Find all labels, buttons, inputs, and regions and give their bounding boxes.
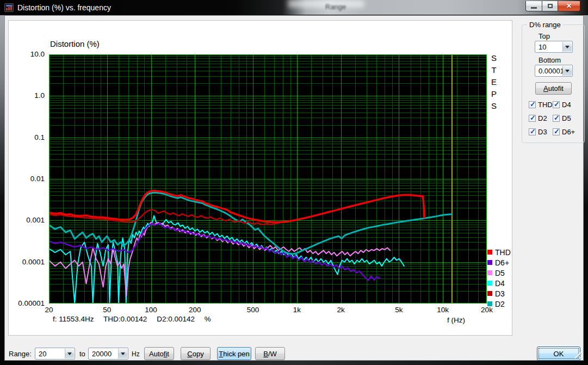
window-frame-left (0, 15, 4, 361)
cursor-thd-value: THD:0.00142 (103, 315, 147, 323)
range-from-select[interactable]: 20 (35, 348, 75, 360)
focus-ring (539, 348, 579, 359)
series-checkbox-grid: ✓THD✓D4✓D2✓D5✓D3✓D6+ (529, 101, 583, 136)
steps-letter: S (490, 52, 498, 64)
range-to-dropdown-button[interactable] (118, 349, 127, 358)
cursor-unit: % (205, 315, 211, 323)
minimize-button[interactable] (525, 1, 542, 11)
legend-swatch-d3 (487, 291, 492, 296)
x-tick-label: 100 (145, 306, 157, 314)
legend-label: THD (495, 248, 511, 257)
chart-title: Distortion (%) (50, 39, 100, 48)
thick-pen-toggle-button[interactable]: Thick pen (217, 347, 251, 360)
x-axis-label: f (Hz) (447, 316, 465, 324)
checkbox-icon[interactable]: ✓ (529, 115, 536, 122)
checkmark-icon: ✓ (554, 114, 560, 122)
checkbox-icon[interactable]: ✓ (553, 115, 560, 122)
distortion-chart (49, 54, 487, 304)
series-checkbox-d4[interactable]: ✓D4 (553, 101, 583, 109)
maximize-button[interactable] (542, 1, 558, 11)
chevron-down-icon (565, 70, 570, 72)
checkmark-icon: ✓ (530, 127, 536, 135)
close-icon: ✕ (566, 2, 572, 10)
checkbox-label: D5 (562, 114, 571, 122)
checkbox-icon[interactable]: ✓ (529, 101, 536, 108)
d-range-group-label: D% range (527, 21, 563, 29)
legend-item: THD (487, 247, 511, 257)
legend-label: D2 (495, 300, 505, 308)
close-button[interactable]: ✕ (558, 1, 580, 11)
bottom-range-dropdown-button[interactable] (562, 66, 572, 76)
checkmark-icon: ✓ (530, 100, 536, 108)
y-tick-label: 1.0 (9, 91, 45, 100)
checkbox-label: D6+ (562, 128, 575, 136)
chevron-down-icon (565, 46, 570, 48)
x-tick-label: 1k (293, 306, 301, 314)
x-tick-label: 500 (247, 306, 259, 314)
legend-swatch-thd (487, 250, 492, 255)
range-from-value: 20 (39, 350, 46, 358)
autofit-range-button[interactable]: Autofit (535, 82, 572, 95)
legend-item: D3 (487, 288, 511, 299)
checkbox-icon[interactable]: ✓ (553, 101, 560, 108)
bottom-range-select[interactable]: 0.00001 (535, 65, 573, 77)
checkbox-label: D4 (562, 101, 571, 109)
plot-area[interactable] (49, 54, 487, 304)
legend-swatch-d4 (487, 281, 492, 286)
chevron-down-icon (67, 352, 72, 355)
background-window-text: Range (325, 3, 346, 11)
checkbox-icon[interactable]: ✓ (553, 128, 560, 135)
title-bar: Range Distortion (%) vs. frequency ✕ (0, 0, 588, 15)
series-checkbox-d2[interactable]: ✓D2 (529, 114, 553, 122)
steps-letter: T (490, 64, 498, 76)
series-checkbox-d3[interactable]: ✓D3 (529, 128, 553, 136)
legend-label: D6+ (495, 258, 509, 267)
legend-item: D4 (487, 278, 511, 288)
y-tick-label: 0.001 (9, 216, 45, 224)
bottom-label: Bottom (539, 56, 561, 64)
checkmark-icon: ✓ (554, 127, 560, 135)
range-from-dropdown-button[interactable] (65, 349, 74, 358)
chevron-down-icon (121, 352, 125, 355)
window-frame-bottom (0, 361, 588, 365)
series-checkbox-thd[interactable]: ✓THD (529, 101, 553, 109)
y-tick-label: 0.01 (9, 175, 45, 183)
range-to-select[interactable]: 20000 (88, 348, 128, 360)
top-range-value: 10 (539, 43, 546, 51)
x-tick-label: 20 (45, 306, 53, 314)
chart-legend: THDD6+D5D4D3D2 (487, 247, 511, 309)
maximize-icon (548, 4, 553, 8)
checkmark-icon: ✓ (554, 100, 560, 108)
minimize-icon (531, 7, 537, 9)
checkmark-icon: ✓ (530, 114, 536, 122)
hz-label: Hz (132, 350, 140, 358)
x-tick-label: 5k (395, 306, 403, 314)
to-label: to (79, 350, 85, 358)
range-to-value: 20000 (92, 350, 112, 358)
cursor-d2-value: D2:0.00142 (157, 315, 195, 323)
ok-button[interactable]: OK (537, 347, 580, 361)
checkbox-label: THD (538, 101, 553, 109)
series-checkbox-d5[interactable]: ✓D5 (553, 114, 583, 122)
copy-button[interactable]: Copy (181, 347, 211, 360)
y-tick-label: 0.00001 (9, 299, 45, 307)
legend-label: D3 (495, 289, 505, 298)
bw-button[interactable]: B/W (255, 347, 285, 360)
legend-label: D5 (495, 269, 505, 277)
series-checkbox-d6+[interactable]: ✓D6+ (553, 128, 583, 136)
legend-label: D4 (495, 279, 505, 288)
y-tick-label: 10.0 (9, 50, 45, 58)
steps-vertical-label: STEPS (490, 52, 498, 112)
series-d4 (49, 216, 404, 304)
y-tick-label: 0.1 (9, 133, 45, 141)
autofit-button[interactable]: Autofit (144, 347, 174, 360)
range-label: Range: (9, 350, 32, 358)
bottom-range-value: 0.00001 (539, 67, 564, 75)
app-icon (4, 3, 14, 12)
steps-letter: P (490, 88, 498, 100)
top-range-select[interactable]: 10 (535, 41, 573, 53)
checkbox-icon[interactable]: ✓ (529, 128, 536, 135)
top-label: Top (539, 32, 550, 40)
legend-swatch-d6+ (487, 260, 492, 265)
top-range-dropdown-button[interactable] (562, 42, 572, 52)
